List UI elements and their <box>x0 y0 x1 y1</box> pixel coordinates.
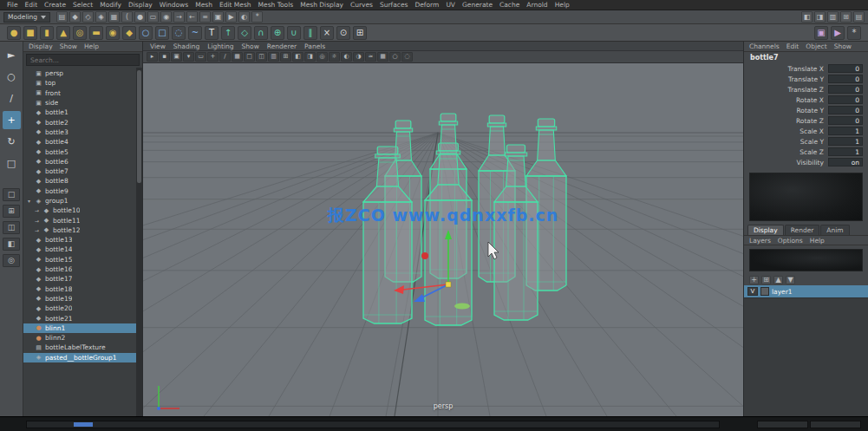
menu-item[interactable]: Help <box>551 1 573 9</box>
menu-item[interactable]: Edit <box>22 1 42 9</box>
render-frame-icon[interactable]: ▶ <box>225 11 237 23</box>
range-field[interactable] <box>757 421 808 428</box>
poly-torus-icon[interactable]: ◎ <box>73 26 87 40</box>
Translate Y[interactable]: Translate Y 0 <box>744 74 868 84</box>
grease-pencil-icon[interactable]: / <box>219 52 231 62</box>
channel-value-field[interactable]: on <box>828 158 863 167</box>
search-input[interactable] <box>30 56 135 64</box>
layer-editor-tab[interactable]: Display <box>747 225 784 235</box>
channel-box-menu-item[interactable]: Channels <box>749 42 780 50</box>
pan-zoom-icon[interactable]: + <box>207 52 219 62</box>
paint-select-tool[interactable]: / <box>3 89 21 108</box>
history-toggle-icon[interactable]: ≡ <box>199 11 211 23</box>
poly-platonic-icon[interactable]: ◆ <box>122 26 136 40</box>
layout-single-pane[interactable]: □ <box>3 188 20 201</box>
new-layer-from-selected-icon[interactable]: ⊞ <box>761 276 771 284</box>
poly-disc-icon[interactable]: ◉ <box>106 26 120 40</box>
menu-item[interactable]: Select <box>69 1 96 9</box>
poly-cube-icon[interactable]: ■ <box>23 26 37 40</box>
scale-tool[interactable]: □ <box>3 154 21 173</box>
channel-value-field[interactable]: 0 <box>828 75 863 83</box>
output-connections-icon[interactable]: ← <box>186 11 198 23</box>
layer-color-swatch[interactable] <box>760 287 769 296</box>
ep-curve-icon[interactable]: ~ <box>188 26 202 40</box>
motion-blur-icon[interactable]: ≈ <box>365 52 376 62</box>
outliner-item[interactable]: ◆ bottle3 <box>23 127 142 137</box>
lock-camera-icon[interactable]: ▪ <box>159 52 170 62</box>
layer-row[interactable]: V layer1 <box>744 285 868 297</box>
menu-item[interactable]: Cache <box>496 1 523 9</box>
outliner-item[interactable]: ◆ bottle17 <box>23 274 142 284</box>
viewport-menu-item[interactable]: Show <box>242 42 259 50</box>
outliner-item[interactable]: ◆ bottle20 <box>23 304 142 313</box>
extrude-icon[interactable]: ↑ <box>221 26 235 40</box>
menu-item[interactable]: Mesh Display <box>297 1 347 9</box>
select-camera-icon[interactable]: ▸ <box>147 52 158 62</box>
safe-action-icon[interactable]: ◧ <box>292 52 303 62</box>
menu-item[interactable]: Deform <box>411 1 442 9</box>
outliner-item[interactable]: ▣ top <box>23 78 142 88</box>
viewport-menu-item[interactable]: Shading <box>173 42 199 50</box>
viewport-menu-item[interactable]: Lighting <box>207 42 233 50</box>
outliner-item[interactable]: ◆ bottle7 <box>23 167 142 176</box>
outliner-item[interactable]: ◆ bottle8 <box>23 176 142 186</box>
channel-value-field[interactable]: 0 <box>828 106 863 114</box>
isolate-select-icon[interactable]: ◌ <box>401 52 413 62</box>
menu-item[interactable]: Create <box>41 1 69 9</box>
bevel-icon[interactable]: ◇ <box>238 26 251 40</box>
menu-item[interactable]: File <box>3 1 22 9</box>
move-layer-down-icon[interactable]: ▼ <box>786 276 795 284</box>
bridge-icon[interactable]: ∩ <box>254 26 268 40</box>
nurbs-circle-icon[interactable]: ◌ <box>172 26 186 40</box>
channel-value-field[interactable]: 0 <box>828 85 863 94</box>
layer-visibility-toggle[interactable]: V <box>747 287 758 296</box>
channel-box-icon[interactable]: ▤ <box>853 11 865 23</box>
tool-settings-icon[interactable]: ⊞ <box>840 11 852 23</box>
outliner-item[interactable]: ◆ bottle19 <box>23 294 142 304</box>
outliner-item[interactable]: ◆ bottle15 <box>23 255 142 264</box>
Rotate Y[interactable]: Rotate Y 0 <box>744 105 868 115</box>
snap-grid-icon[interactable]: ▦ <box>108 11 120 23</box>
outliner-item[interactable]: ▾ ◈ group1 <box>23 196 142 206</box>
nurbs-sphere-icon[interactable]: ○ <box>139 26 153 40</box>
multisample-icon[interactable]: ▦ <box>377 52 388 62</box>
channel-box-menu-item[interactable]: Show <box>834 42 852 50</box>
range-field[interactable] <box>810 421 861 428</box>
frame-all-icon[interactable]: ◎ <box>317 52 328 62</box>
ao-icon[interactable]: ◑ <box>353 52 364 62</box>
outliner-menu-item[interactable]: Help <box>84 42 99 50</box>
outliner-item[interactable]: ◆ bottle18 <box>23 284 142 294</box>
Scale X[interactable]: Scale X 1 <box>744 126 868 136</box>
bookmarks-icon[interactable]: ▾ <box>183 52 194 62</box>
hypershade-icon[interactable]: ◨ <box>814 11 826 23</box>
Rotate Z[interactable]: Rotate Z 0 <box>744 115 868 126</box>
lighting-icon[interactable]: ☼ <box>329 52 340 62</box>
outliner-item[interactable]: ◆ bottle16 <box>23 264 142 274</box>
camera-attributes-icon[interactable]: ▣ <box>171 52 182 62</box>
Translate X[interactable]: Translate X 0 <box>744 63 868 74</box>
select-tool[interactable]: ► <box>3 46 21 64</box>
ipr-render-icon[interactable]: ◐ <box>238 11 250 23</box>
outliner-item[interactable]: ▤ bottleLabelTexture <box>23 343 142 352</box>
render-globals-icon[interactable]: * <box>847 26 861 40</box>
outliner-item[interactable]: ◆ bottle6 <box>23 157 142 167</box>
outliner-item[interactable]: ◆ bottle1 <box>23 108 142 117</box>
grid-toggle-icon[interactable]: ▦ <box>232 52 243 62</box>
outliner-item[interactable]: ◈ pasted__bottleGroup1 <box>23 353 142 362</box>
outliner-item[interactable]: ▣ persp <box>23 69 142 78</box>
layer-menu-item[interactable]: Options <box>778 237 803 245</box>
viewport-scene[interactable]: 报ZCO www.qdnxxfb.cn persp <box>143 63 743 416</box>
lasso-tool[interactable]: ○ <box>3 68 21 86</box>
outliner-item[interactable]: ▣ front <box>23 88 142 98</box>
viewport-menu-item[interactable]: Panels <box>304 42 325 50</box>
poly-sphere-icon[interactable]: ● <box>7 26 21 40</box>
menu-item[interactable]: Edit Mesh <box>216 1 255 9</box>
poly-plane-icon[interactable]: ▬ <box>89 26 103 40</box>
channel-value-field[interactable]: 0 <box>828 116 863 125</box>
xray-icon[interactable]: ○ <box>389 52 401 62</box>
outliner-item[interactable]: ◆ bottle9 <box>23 186 142 196</box>
Visibility[interactable]: Visibility on <box>744 157 868 167</box>
shadows-icon[interactable]: ◐ <box>341 52 352 62</box>
Scale Z[interactable]: Scale Z 1 <box>744 147 868 157</box>
outliner-item[interactable]: ◆ bottle4 <box>23 137 142 147</box>
